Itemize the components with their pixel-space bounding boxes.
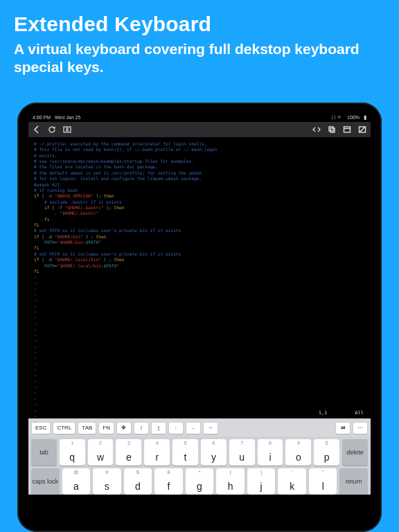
terminal-line: # exists. <box>34 153 365 159</box>
terminal-line: # set PATH so it includes user's private… <box>34 228 365 233</box>
key-l[interactable]: "l <box>309 468 337 495</box>
vim-tilde: ~ <box>34 332 365 338</box>
split-icon[interactable] <box>63 125 71 134</box>
terminal-line: # if running bash <box>34 188 365 193</box>
key-g[interactable]: *g <box>186 468 214 495</box>
vim-tilde: ~ <box>34 281 365 286</box>
tab-key[interactable]: tab <box>31 439 57 466</box>
vim-tilde: ~ <box>34 350 365 355</box>
terminal-view[interactable]: # ~/.profile: executed by the command in… <box>28 137 371 418</box>
hero-subtitle: A virtual keyboard covering full dekstop… <box>14 40 385 77</box>
terminal-line: #umask 022 <box>34 182 365 188</box>
onscreen-keyboard: tab 1q2w3e4r5t6y7u8i9o0pdelete caps lock… <box>28 436 371 495</box>
terminal-line: # include .bashrc if it exists <box>34 200 365 205</box>
svg-rect-0 <box>64 127 66 132</box>
terminal-line: # see /usr/share/doc/bash/examples/start… <box>34 159 365 164</box>
return-key[interactable]: return <box>339 468 368 495</box>
vim-tilde: ~ <box>34 321 365 326</box>
terminal-line: # set PATH so it includes user's private… <box>34 251 365 257</box>
vim-tilde: ~ <box>34 379 365 384</box>
vim-tilde: ~ <box>34 344 365 350</box>
svg-rect-2 <box>329 127 333 131</box>
key-r[interactable]: 4r <box>144 439 170 466</box>
vim-tilde: ~ <box>34 362 365 367</box>
terminal-line: PATH="$HOME/.local/bin:$PATH" <box>34 263 365 269</box>
key-o[interactable]: 9o <box>285 439 311 466</box>
terminal-line: # the default umask is set in /etc/profi… <box>34 170 365 176</box>
key-p[interactable]: 0p <box>314 439 339 466</box>
vim-tilde: ~ <box>34 396 365 402</box>
scroll-indicator: All <box>355 410 364 416</box>
vim-tilde: ~ <box>34 292 365 297</box>
hero-title: Extended Keyboard <box>14 12 385 36</box>
key-u[interactable]: 7u <box>229 439 255 466</box>
vim-tilde: ~ <box>34 303 365 309</box>
vim-tilde: ~ <box>34 384 365 390</box>
svg-line-7 <box>360 127 365 132</box>
vim-tilde: ~ <box>34 309 365 314</box>
terminal-line: fi <box>34 217 365 222</box>
terminal-line: fi <box>34 269 365 274</box>
vim-tilde: ~ <box>34 298 365 303</box>
vim-tilde: ~ <box>34 419 365 425</box>
vim-tilde: ~ <box>34 355 365 361</box>
battery-icon: ▮ <box>364 114 366 121</box>
hero: Extended Keyboard A virtual keyboard cov… <box>0 0 399 84</box>
key-h[interactable]: (h <box>216 468 245 495</box>
key-q[interactable]: 1q <box>60 439 85 466</box>
refresh-icon[interactable] <box>48 125 56 134</box>
window-icon[interactable] <box>343 125 351 134</box>
cursor-position: 1,1 <box>319 410 328 416</box>
vim-tilde: ~ <box>34 327 365 332</box>
key-y[interactable]: 6y <box>201 439 227 466</box>
terminal-line: . "$HOME/.bashrc" <box>34 211 365 216</box>
vim-tilde: ~ <box>34 390 365 396</box>
key-w[interactable]: 2w <box>88 439 114 466</box>
terminal-line: # This file is not read by bash(1), if ~… <box>34 147 365 152</box>
terminal-line: fi <box>34 245 365 251</box>
key-s[interactable]: #s <box>93 468 121 495</box>
terminal-line: # ~/.profile: executed by the command in… <box>34 141 365 147</box>
delete-key[interactable]: delete <box>342 439 368 466</box>
key-f[interactable]: &f <box>154 468 183 495</box>
key-i[interactable]: 8i <box>258 439 283 466</box>
svg-rect-3 <box>330 128 335 132</box>
terminal-line: if [ -d "$HOME/.local/bin" ] ; then <box>34 257 365 263</box>
tablet-device-frame: 4:00 PM Wed Jan 25 ⋮⋮ ᯤ 100% ▮ # ~/.prof… <box>17 103 382 532</box>
screen-off-icon[interactable] <box>358 125 366 134</box>
vim-tilde: ~ <box>34 274 365 280</box>
key-k[interactable]: 'k <box>278 468 306 495</box>
vim-status-line: 1,1 All <box>35 410 364 416</box>
status-time: 4:00 PM <box>33 115 51 120</box>
svg-rect-4 <box>344 127 351 132</box>
vim-tilde: ~ <box>34 338 365 344</box>
capslock-key[interactable]: caps lock <box>31 468 60 495</box>
vim-tilde: ~ <box>34 402 365 407</box>
terminal-line: # the files are located in the bash-doc … <box>34 164 365 170</box>
vim-tilde: ~ <box>34 373 365 378</box>
status-date: Wed Jan 25 <box>55 115 80 120</box>
key-a[interactable]: @a <box>62 468 91 495</box>
code-icon[interactable] <box>312 125 321 134</box>
keyboard-row-1: tab 1q2w3e4r5t6y7u8i9o0pdelete <box>31 439 368 466</box>
key-t[interactable]: 5t <box>172 439 198 466</box>
vim-tilde: ~ <box>34 286 365 292</box>
terminal-line: # for ssh logins, install and configure … <box>34 176 365 181</box>
toolbar <box>28 122 371 137</box>
back-icon[interactable] <box>33 125 41 134</box>
wifi-icon: ⋮⋮ ᯤ <box>330 114 343 121</box>
screen: 4:00 PM Wed Jan 25 ⋮⋮ ᯤ 100% ▮ # ~/.prof… <box>24 109 375 525</box>
terminal-line: fi <box>34 222 365 228</box>
terminal-line: if [ -f "$HOME/.bashrc" ]; then <box>34 205 365 211</box>
copy-icon[interactable] <box>328 125 336 134</box>
key-j[interactable]: )j <box>247 468 276 495</box>
terminal-line: if [ -n "$BASH_VERSION" ]; then <box>34 193 365 199</box>
terminal-line: if [ -d "$HOME/bin" ] ; then <box>34 234 365 240</box>
key-d[interactable]: $d <box>124 468 152 495</box>
battery-percent: 100% <box>347 115 360 120</box>
vim-tilde: ~ <box>34 367 365 373</box>
keyboard-row-2: caps lock @a#s$d&f*g(h)j'k"lreturn <box>31 468 368 495</box>
status-bar: 4:00 PM Wed Jan 25 ⋮⋮ ᯤ 100% ▮ <box>28 114 371 122</box>
svg-rect-1 <box>68 127 71 132</box>
key-e[interactable]: 3e <box>116 439 141 466</box>
